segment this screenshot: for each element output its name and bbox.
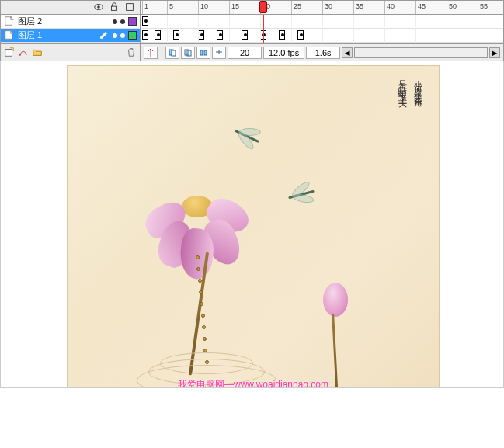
scroll-right-button[interactable]: ► — [489, 47, 500, 58]
keyframe[interactable] — [297, 30, 304, 40]
timeline-tracks[interactable] — [141, 15, 503, 43]
timeline-panel: 图层 2 图层 1 151015 — [0, 0, 504, 61]
new-folder-button[interactable] — [32, 47, 43, 59]
ruler-tick: 25 — [291, 1, 301, 14]
center-playhead-button[interactable] — [144, 47, 158, 59]
visible-dot[interactable] — [113, 33, 117, 38]
current-frame-display: 20 — [228, 47, 262, 59]
lock-dot[interactable] — [120, 19, 125, 24]
ruler-tick: 55 — [478, 1, 488, 14]
svg-rect-2 — [112, 6, 117, 10]
dragonfly-graphic — [235, 130, 259, 143]
lock-icon[interactable] — [109, 2, 120, 14]
layer-row[interactable]: 图层 2 — [1, 15, 140, 29]
canvas-area[interactable]: 小荷才露尖尖角 早有蜻蜓立上头 我爱电脑网—www.woa — [0, 61, 504, 388]
scroll-left-button[interactable]: ◄ — [342, 47, 353, 58]
stage[interactable]: 小荷才露尖尖角 早有蜻蜓立上头 我爱电脑网—www.woa — [67, 65, 440, 388]
dragonfly-graphic — [288, 190, 315, 200]
page-icon — [4, 16, 15, 28]
keyframe[interactable] — [142, 30, 148, 40]
color-swatch[interactable] — [128, 17, 137, 26]
onion-skin-button[interactable] — [165, 47, 179, 59]
layer-name: 图层 2 — [18, 16, 109, 27]
keyframe[interactable] — [279, 30, 285, 40]
timeline-scrollbar[interactable]: ◄ ► — [342, 47, 500, 58]
edit-icon — [99, 30, 109, 42]
layers-header — [1, 1, 140, 15]
page-icon — [4, 30, 15, 42]
visible-dot[interactable] — [113, 19, 117, 24]
svg-rect-12 — [200, 50, 203, 55]
keyframe[interactable] — [173, 30, 179, 40]
playhead[interactable] — [259, 1, 267, 13]
svg-rect-13 — [204, 50, 207, 55]
scroll-track[interactable] — [354, 47, 488, 58]
onion-skin-markers-button[interactable] — [212, 47, 226, 59]
color-swatch[interactable] — [128, 31, 137, 40]
keyframe[interactable] — [142, 16, 148, 26]
new-layer-button[interactable] — [4, 47, 15, 59]
poem-line: 早有蜻蜓立上头 — [395, 73, 410, 95]
layers-panel: 图层 2 图层 1 — [1, 1, 141, 61]
keyframe[interactable] — [155, 30, 161, 40]
svg-rect-9 — [172, 50, 176, 56]
svg-rect-6 — [5, 49, 12, 56]
ruler-tick: 45 — [415, 1, 426, 14]
poem-text: 小荷才露尖尖角 早有蜻蜓立上头 — [395, 73, 426, 95]
layer-name: 图层 1 — [18, 30, 96, 41]
keyframe[interactable] — [217, 30, 223, 40]
layers-footer — [1, 43, 140, 61]
outline-icon[interactable] — [124, 2, 135, 14]
onion-skin-outlines-button[interactable] — [181, 47, 195, 59]
fps-display: 12.0 fps — [263, 47, 304, 59]
playhead-line[interactable] — [263, 15, 264, 43]
new-motion-guide-button[interactable] — [18, 47, 29, 59]
keyframe[interactable] — [242, 30, 248, 40]
ruler-tick: 35 — [353, 1, 363, 14]
frames-panel: 1510152025303540455055 20 12.0 fps 1.6s … — [141, 1, 503, 61]
svg-point-7 — [19, 54, 21, 56]
edit-multiple-frames-button[interactable] — [196, 47, 210, 59]
svg-point-1 — [97, 5, 100, 9]
ruler-tick: 1 — [142, 1, 148, 14]
layer-row[interactable]: 图层 1 — [1, 29, 140, 43]
ruler-tick: 5 — [167, 1, 173, 14]
timeline-footer: 20 12.0 fps 1.6s ◄ ► — [141, 43, 503, 61]
elapsed-time-display: 1.6s — [306, 47, 340, 59]
ruler-tick: 50 — [447, 1, 457, 14]
watermark-text: 我爱电脑网—www.woaidiannao.com — [178, 378, 328, 388]
timeline-ruler[interactable]: 1510152025303540455055 — [141, 1, 503, 15]
svg-rect-3 — [127, 3, 134, 10]
ruler-tick: 40 — [384, 1, 395, 14]
keyframe[interactable] — [198, 30, 204, 40]
ruler-tick: 10 — [198, 1, 208, 14]
visibility-icon[interactable] — [93, 2, 104, 14]
stem-graphic — [332, 314, 339, 388]
ruler-tick: 30 — [322, 1, 332, 14]
lotus-bud-graphic — [323, 283, 348, 317]
ruler-tick: 15 — [229, 1, 239, 14]
poem-line: 小荷才露尖尖角 — [410, 73, 426, 95]
delete-layer-button[interactable] — [126, 47, 137, 59]
lock-dot[interactable] — [120, 33, 125, 38]
